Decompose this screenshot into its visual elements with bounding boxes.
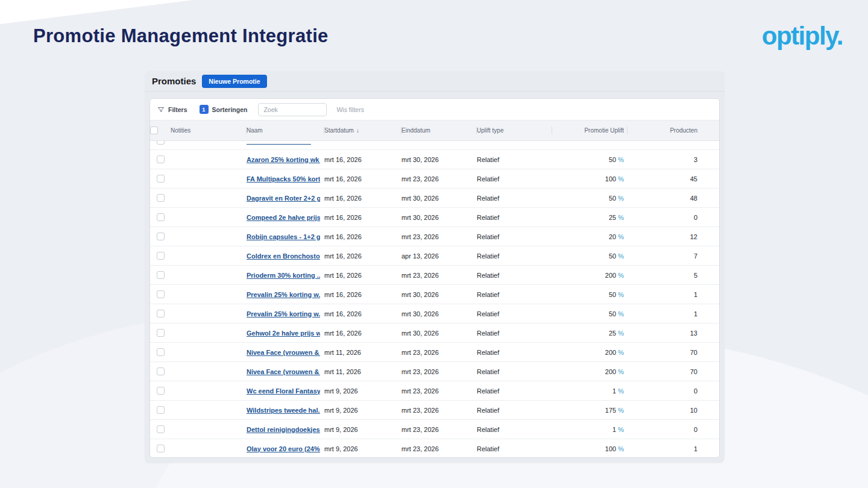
row-checkbox[interactable] <box>157 445 165 452</box>
row-checkbox[interactable] <box>157 290 165 298</box>
table-row: Compeed 2e halve prijs... mrt 16, 2026 m… <box>150 208 719 227</box>
promotie-uplift-cell: 50% <box>552 156 627 163</box>
uplift-type-cell: Relatief <box>477 407 552 414</box>
producten-cell: 1 <box>627 310 719 318</box>
row-checkbox[interactable] <box>157 368 165 375</box>
new-promotion-button[interactable]: Nieuwe Promotie <box>202 75 266 88</box>
column-header-einddatum[interactable]: Einddatum <box>401 120 477 140</box>
filter-funnel-icon <box>157 106 165 113</box>
row-checkbox[interactable] <box>157 387 165 395</box>
clipped-promotion-link[interactable] <box>247 141 311 145</box>
startdatum-cell: mrt 16, 2026 <box>324 272 401 279</box>
startdatum-cell: mrt 9, 2026 <box>324 426 401 433</box>
promotie-uplift-cell: 25% <box>552 330 627 337</box>
promotie-uplift-cell: 200% <box>552 349 627 356</box>
percent-sign: % <box>618 233 624 240</box>
row-checkbox[interactable] <box>157 213 165 221</box>
startdatum-cell: mrt 9, 2026 <box>324 387 401 395</box>
row-checkbox[interactable] <box>157 194 165 202</box>
row-checkbox[interactable] <box>157 329 165 337</box>
sorting-button[interactable]: Sorteringen <box>212 106 248 113</box>
promotion-link[interactable]: Gehwol 2e halve prijs w... <box>247 330 320 337</box>
producten-cell: 7 <box>627 252 719 260</box>
table-row: Coldrex en Bronchosto... mrt 16, 2026 ap… <box>150 246 719 266</box>
uplift-value: 200 <box>605 272 616 279</box>
promotion-link[interactable]: Azaron 25% korting wk ... <box>247 156 320 163</box>
percent-sign: % <box>618 310 624 318</box>
table-row: Gehwol 2e halve prijs w... mrt 16, 2026 … <box>150 324 719 343</box>
producten-cell: 13 <box>627 330 719 337</box>
column-header-notities[interactable]: Notities <box>171 120 247 140</box>
row-checkbox[interactable] <box>157 141 165 145</box>
producten-cell: 5 <box>627 272 719 279</box>
optiply-logo: optiply. <box>762 22 843 51</box>
promotion-link[interactable]: Nivea Face (vrouwen & ... <box>247 349 320 356</box>
row-checkbox[interactable] <box>157 271 165 279</box>
promotion-link[interactable]: Coldrex en Bronchosto... <box>247 252 320 260</box>
row-checkbox[interactable] <box>157 233 165 240</box>
row-checkbox[interactable] <box>157 348 165 356</box>
promotie-uplift-cell: 50% <box>552 252 627 260</box>
einddatum-cell: mrt 23, 2026 <box>401 426 477 433</box>
promotie-uplift-cell: 200% <box>552 368 627 375</box>
producten-cell: 0 <box>627 214 719 221</box>
row-checkbox[interactable] <box>157 406 165 414</box>
filter-bar: Filters 1 Sorteringen Wis filters <box>150 99 719 120</box>
promotion-link[interactable]: Compeed 2e halve prijs... <box>247 214 320 221</box>
startdatum-cell: mrt 16, 2026 <box>324 252 401 260</box>
promotion-link[interactable]: Wc eend Floral Fantasy ... <box>247 387 320 395</box>
column-header-naam[interactable]: Naam <box>247 120 324 140</box>
promotion-link[interactable]: Robijn capsules - 1+2 gr... <box>247 233 320 240</box>
percent-sign: % <box>618 426 624 433</box>
promotion-link[interactable]: Olay voor 20 euro (24%... <box>247 445 320 452</box>
select-all-checkbox[interactable] <box>150 127 158 134</box>
promotions-panel: Promoties Nieuwe Promotie Filters 1 Sort… <box>145 71 725 463</box>
column-header-uplift-type[interactable]: Uplift type <box>477 120 552 140</box>
table-body: Azaron 25% korting wk ... mrt 16, 2026 m… <box>150 141 719 457</box>
percent-sign: % <box>618 156 624 163</box>
row-checkbox[interactable] <box>157 155 165 163</box>
percent-sign: % <box>618 175 624 183</box>
uplift-type-cell: Relatief <box>477 233 552 240</box>
promotion-link[interactable]: Prevalin 25% korting w... <box>247 291 320 298</box>
sort-desc-icon: ↓ <box>356 127 359 134</box>
startdatum-cell: mrt 16, 2026 <box>324 156 401 163</box>
row-checkbox[interactable] <box>157 175 165 183</box>
table-row: Prevalin 25% korting w... mrt 16, 2026 m… <box>150 304 719 324</box>
promotion-link[interactable]: Wildstripes tweede hal... <box>247 407 320 414</box>
row-checkbox[interactable] <box>157 425 165 433</box>
column-header-producten[interactable]: Producten <box>627 120 719 140</box>
promotie-uplift-cell: 100% <box>552 175 627 183</box>
promotie-uplift-cell: 1% <box>552 387 627 395</box>
promotie-uplift-cell: 200% <box>552 272 627 279</box>
promotie-uplift-cell: 50% <box>552 195 627 202</box>
promotion-link[interactable]: Prioderm 30% korting ... <box>247 272 320 279</box>
producten-cell: 1 <box>627 291 719 298</box>
startdatum-cell: mrt 16, 2026 <box>324 214 401 221</box>
producten-cell: 1 <box>627 445 719 452</box>
promotion-link[interactable]: Nivea Face (vrouwen & ... <box>247 368 320 375</box>
promotions-card: Filters 1 Sorteringen Wis filters Notiti… <box>149 98 720 458</box>
uplift-type-cell: Relatief <box>477 330 552 337</box>
promotion-link[interactable]: Dettol reinigingdoekjes ... <box>247 426 320 433</box>
column-header-promotie-uplift[interactable]: Promotie Uplift <box>552 120 627 140</box>
row-checkbox[interactable] <box>157 310 165 318</box>
percent-sign: % <box>618 387 624 395</box>
percent-sign: % <box>618 291 624 298</box>
promotion-link[interactable]: FA Multipacks 50% kort... <box>247 175 320 183</box>
uplift-type-cell: Relatief <box>477 195 552 202</box>
promotion-link[interactable]: Dagravit en Roter 2+2 g... <box>247 195 320 202</box>
einddatum-cell: apr 13, 2026 <box>401 252 477 260</box>
row-checkbox[interactable] <box>157 252 165 260</box>
column-header-startdatum[interactable]: Startdatum ↓ <box>324 120 401 140</box>
promotion-link[interactable]: Prevalin 25% korting w... <box>247 310 320 318</box>
clipped-row <box>150 141 719 150</box>
filters-button[interactable]: Filters <box>168 106 187 113</box>
clear-filters-button[interactable]: Wis filters <box>336 106 364 113</box>
percent-sign: % <box>618 368 624 375</box>
table-row: Olay voor 20 euro (24%... mrt 9, 2026 mr… <box>150 439 719 457</box>
uplift-value: 100 <box>605 445 616 452</box>
search-input[interactable] <box>258 103 327 116</box>
uplift-value: 20 <box>609 233 616 240</box>
promotie-uplift-cell: 20% <box>552 233 627 240</box>
